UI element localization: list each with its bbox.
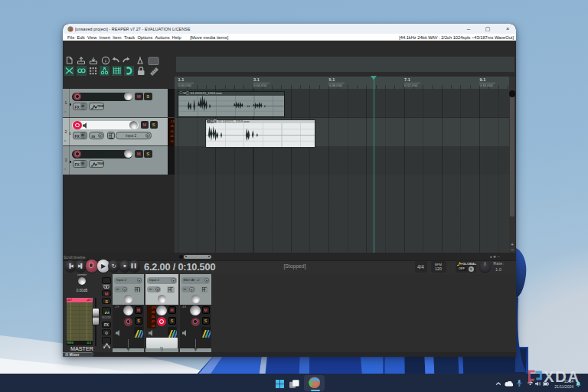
svg-text:XDA: XDA [544, 368, 579, 385]
